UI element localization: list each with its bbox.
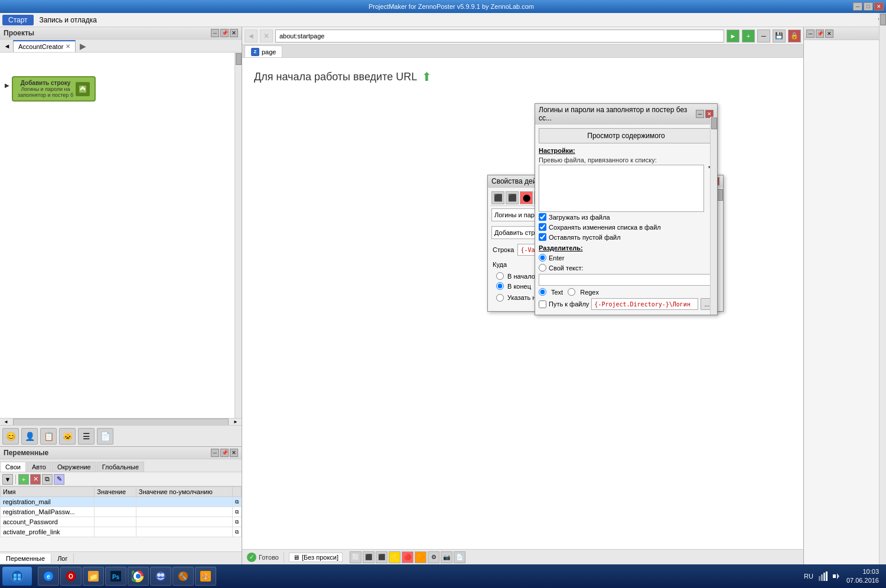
nav-save-btn[interactable]: ─: [757, 30, 770, 43]
var-icon-3[interactable]: ⧉: [233, 517, 242, 527]
far-right-scrollbar[interactable]: [879, 13, 886, 588]
projects-tool-6[interactable]: 📄: [97, 428, 113, 445]
vars-copy-btn[interactable]: ⧉: [42, 474, 53, 485]
taskbar-app-7[interactable]: 🎨: [195, 567, 216, 586]
browser-page-tab[interactable]: Z page: [245, 45, 282, 57]
title-controls[interactable]: ─ □ ✕: [853, 2, 884, 11]
nav-add-btn[interactable]: +: [742, 30, 755, 43]
nav-close-btn[interactable]: 🔒: [788, 30, 801, 43]
status-icon-4[interactable]: ⭐: [389, 551, 400, 563]
taskbar-app-opera[interactable]: O: [60, 567, 82, 586]
tab-auto[interactable]: Авто: [27, 462, 51, 472]
nav-run-btn[interactable]: ►: [727, 30, 740, 43]
horiz-scroll-thumb[interactable]: [13, 419, 229, 426]
menu-start[interactable]: Старт: [2, 15, 34, 25]
maximize-button[interactable]: □: [864, 2, 873, 11]
path-checkbox[interactable]: [539, 300, 546, 308]
table-row[interactable]: registration_mail ⧉: [1, 497, 242, 507]
status-icon-9[interactable]: 📄: [454, 551, 465, 563]
list-settings-scrollbar[interactable]: [710, 117, 717, 315]
minimize-button[interactable]: ─: [853, 2, 862, 11]
table-row[interactable]: registration_MailPassw... ⧉: [1, 507, 242, 517]
horiz-scroll-right[interactable]: ►: [230, 419, 242, 426]
far-minimize-btn[interactable]: ─: [806, 30, 815, 38]
dialog-btn-3[interactable]: ⬤: [520, 191, 533, 204]
var-icon-1[interactable]: ⧉: [233, 497, 242, 507]
status-icon-7[interactable]: ⚙: [428, 551, 439, 563]
radio-custom[interactable]: [539, 264, 546, 272]
nav-stop-btn[interactable]: ✕: [260, 30, 273, 43]
radio-end[interactable]: [496, 282, 504, 290]
var-value-2[interactable]: [95, 507, 136, 517]
status-icon-3[interactable]: ⬛: [376, 551, 387, 563]
table-row[interactable]: account_Password ⧉: [1, 517, 242, 527]
list-scroll-thumb[interactable]: [711, 117, 717, 129]
projects-tool-3[interactable]: 📋: [40, 428, 57, 445]
scrollbar-thumb[interactable]: [236, 53, 242, 65]
horiz-scroll-left[interactable]: ◄: [0, 419, 12, 426]
bottom-tab-log[interactable]: Лог: [51, 554, 74, 563]
list-dialog-minimize-btn[interactable]: ─: [696, 110, 704, 118]
panel-pin-btn[interactable]: 📌: [220, 29, 229, 37]
projects-tool-1[interactable]: 😊: [2, 428, 19, 445]
dialog-scroll-thumb[interactable]: [717, 189, 723, 201]
nav-bookmark-btn[interactable]: 💾: [773, 30, 786, 43]
view-content-btn[interactable]: Просмотр содержимого: [539, 128, 714, 143]
status-icon-5[interactable]: 🔴: [402, 551, 413, 563]
var-icon-4[interactable]: ⧉: [233, 527, 242, 537]
projects-tool-5[interactable]: ☰: [78, 428, 95, 445]
vars-edit-btn[interactable]: ✎: [54, 474, 64, 485]
checkbox-empty[interactable]: [539, 233, 546, 241]
project-block[interactable]: Добавить строку Логины и пароли на запол…: [12, 76, 96, 102]
radio-specify[interactable]: [496, 294, 504, 302]
projects-tool-2[interactable]: 👤: [21, 428, 38, 445]
vars-pin-btn[interactable]: 📌: [220, 449, 229, 457]
radio-enter[interactable]: [539, 254, 546, 262]
close-button[interactable]: ✕: [874, 2, 884, 11]
radio-begin[interactable]: [496, 272, 504, 280]
far-right-scroll-thumb[interactable]: [880, 14, 886, 25]
status-icon-1[interactable]: ⬜: [350, 551, 361, 563]
vars-panel-controls[interactable]: ─ 📌 ✕: [211, 449, 238, 457]
var-icon-2[interactable]: ⧉: [233, 507, 242, 517]
vars-add-btn[interactable]: +: [18, 474, 29, 485]
checkbox-load[interactable]: [539, 213, 546, 221]
status-icon-8[interactable]: 📷: [441, 551, 452, 563]
projects-tool-4[interactable]: 🐱: [59, 428, 76, 445]
table-row[interactable]: activate_profile_link ⧉: [1, 527, 242, 537]
horiz-scrollbar[interactable]: ◄ ►: [0, 418, 242, 425]
radio-regex[interactable]: [568, 288, 575, 296]
status-icon-6[interactable]: 🔶: [415, 551, 426, 563]
dialog-btn-2[interactable]: ⬛: [506, 191, 519, 204]
tab-global[interactable]: Глобальные: [97, 462, 144, 472]
tab-own[interactable]: Свои: [0, 462, 26, 472]
url-input[interactable]: [275, 30, 724, 43]
canvas-scrollbar[interactable]: [234, 53, 242, 418]
taskbar-app-6[interactable]: 🔧: [172, 567, 194, 586]
bottom-tab-vars[interactable]: Переменные: [0, 554, 51, 563]
custom-sep-input[interactable]: [539, 274, 714, 286]
tab-env[interactable]: Окружение: [52, 462, 96, 472]
dialog-btn-1[interactable]: ⬛: [491, 191, 504, 204]
taskbar-app-chrome[interactable]: [128, 567, 149, 586]
far-pin-btn[interactable]: 📌: [816, 30, 824, 38]
var-value-3[interactable]: [95, 517, 136, 527]
taskbar-app-ie[interactable]: e: [38, 567, 59, 586]
project-tab-account[interactable]: AccountCreator ✕: [13, 40, 76, 52]
taskbar-app-explorer[interactable]: 📁: [83, 567, 104, 586]
far-close-btn[interactable]: ✕: [825, 30, 833, 38]
status-icon-2[interactable]: ⬛: [363, 551, 374, 563]
vars-filter-btn[interactable]: ▼: [2, 474, 13, 485]
checkbox-save[interactable]: [539, 223, 546, 231]
panel-close-btn[interactable]: ✕: [230, 29, 238, 37]
panel-minimize-btn[interactable]: ─: [211, 29, 219, 37]
radio-text[interactable]: [539, 288, 546, 296]
taskbar-app-5[interactable]: [150, 567, 171, 586]
tab-scroll-left[interactable]: ◄: [1, 43, 13, 50]
tab-close-icon[interactable]: ✕: [66, 43, 70, 50]
tab-add-icon[interactable]: ▶: [77, 40, 89, 52]
vars-delete-btn[interactable]: ✕: [30, 474, 41, 485]
nav-back-btn[interactable]: ◄: [245, 30, 258, 43]
menu-record[interactable]: Запись и отладка: [34, 15, 103, 25]
far-panel-controls[interactable]: ─ 📌 ✕: [806, 30, 833, 38]
